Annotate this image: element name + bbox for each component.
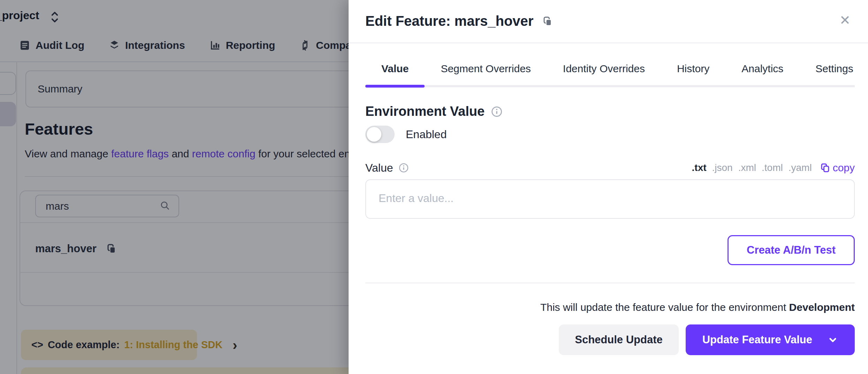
tab-analytics[interactable]: Analytics	[725, 63, 799, 85]
copy-icon	[820, 163, 830, 173]
info-icon[interactable]	[491, 106, 503, 118]
schedule-update-button[interactable]: Schedule Update	[559, 324, 679, 355]
value-format-switcher: .txt .json .xml .toml .yaml copy	[692, 162, 855, 174]
copy-icon[interactable]	[542, 16, 553, 27]
toggle-label: Enabled	[406, 128, 447, 141]
tab-identity-overrides[interactable]: Identity Overrides	[547, 63, 661, 85]
environment-value-heading-row: Environment Value	[365, 104, 503, 119]
value-input[interactable]	[365, 179, 855, 219]
footer-note: This will update the feature value for t…	[540, 301, 855, 313]
update-button-label: Update Feature Value	[702, 334, 812, 346]
footer-note-text: This will update the feature value for t…	[540, 301, 789, 313]
format-xml[interactable]: .xml	[738, 162, 756, 173]
tab-history[interactable]: History	[661, 63, 725, 85]
create-ab-test-button[interactable]: Create A/B/n Test	[728, 235, 855, 265]
value-label-row: Value .txt .json .xml .toml .yaml copy	[365, 160, 855, 176]
copy-label: copy	[833, 162, 855, 174]
update-feature-value-button[interactable]: Update Feature Value	[686, 324, 855, 355]
format-yaml[interactable]: .yaml	[789, 162, 812, 173]
panel-title: Edit Feature: mars_hover	[365, 13, 533, 29]
panel-header: Edit Feature: mars_hover	[365, 13, 553, 29]
chevron-down-icon	[828, 335, 838, 345]
header-divider	[349, 43, 868, 43]
enabled-toggle-row: Enabled	[365, 126, 447, 143]
close-icon[interactable]: ✕	[836, 11, 854, 29]
tab-segment-overrides[interactable]: Segment Overrides	[425, 63, 547, 85]
format-json[interactable]: .json	[712, 162, 733, 173]
format-toml[interactable]: .toml	[762, 162, 783, 173]
panel-tabs: Value Segment Overrides Identity Overrid…	[365, 55, 855, 87]
footer-divider	[365, 283, 855, 283]
value-label: Value	[365, 162, 393, 174]
environment-name: Development	[789, 301, 855, 313]
info-icon[interactable]	[398, 163, 409, 173]
toggle-knob	[367, 127, 381, 142]
copy-value-button[interactable]: copy	[820, 162, 855, 174]
edit-feature-panel: Edit Feature: mars_hover ✕ Value Segment…	[349, 0, 868, 374]
format-txt[interactable]: .txt	[692, 162, 707, 173]
enabled-toggle[interactable]	[365, 126, 395, 143]
environment-value-heading: Environment Value	[365, 104, 485, 119]
tab-value[interactable]: Value	[365, 63, 425, 85]
tab-settings[interactable]: Settings	[799, 63, 868, 85]
footer-actions: Schedule Update Update Feature Value	[559, 324, 855, 355]
